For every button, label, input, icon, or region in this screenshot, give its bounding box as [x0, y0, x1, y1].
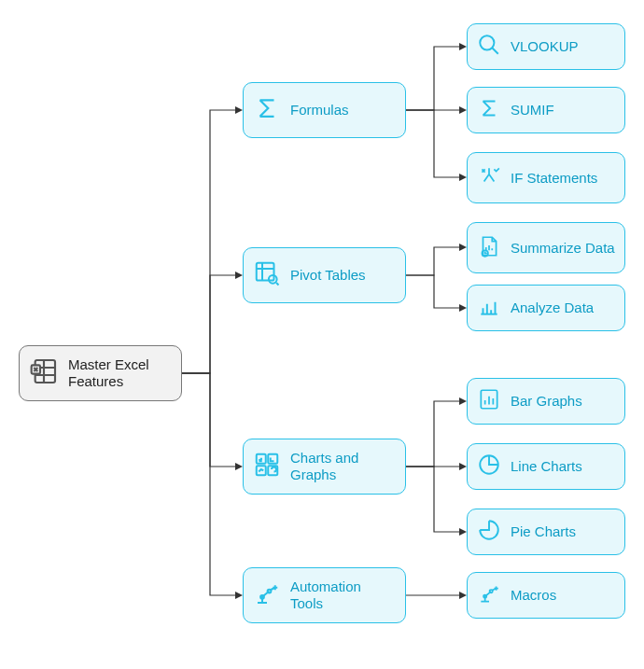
- svg-marker-6: [459, 174, 467, 181]
- svg-point-16: [269, 275, 277, 284]
- svg-marker-12: [459, 592, 467, 599]
- leaf-summarize-data: Summarize Data: [467, 222, 625, 273]
- sigma-icon: [477, 96, 501, 124]
- leaf-sumif: SUMIF: [467, 87, 625, 133]
- svg-marker-2: [235, 463, 243, 470]
- svg-marker-11: [459, 528, 467, 536]
- leaf-label: Bar Graphs: [511, 393, 582, 410]
- leaf-label: Macros: [511, 587, 556, 604]
- leaf-if-statements: IF Statements: [467, 152, 625, 203]
- svg-rect-15: [257, 263, 274, 281]
- svg-marker-10: [459, 463, 467, 470]
- decision-icon: [477, 164, 501, 192]
- branch-automation-tools: Automation Tools: [243, 567, 406, 623]
- spreadsheet-icon: [29, 356, 59, 390]
- root-master-excel-features: Master Excel Features: [19, 345, 182, 401]
- leaf-label: Line Charts: [511, 458, 582, 475]
- branch-label: Pivot Tables: [290, 267, 366, 284]
- leaf-label: Analyze Data: [511, 300, 594, 316]
- bar-chart-file-icon: [477, 387, 501, 415]
- svg-marker-0: [235, 106, 243, 114]
- leaf-line-charts: Line Charts: [467, 443, 625, 490]
- branch-formulas: Formulas: [243, 82, 406, 138]
- pie-chart-icon: [477, 453, 501, 481]
- svg-marker-1: [235, 272, 243, 279]
- svg-point-23: [480, 35, 494, 49]
- branch-label: Charts and Graphs: [290, 450, 396, 483]
- pie-slice-icon: [477, 518, 501, 546]
- bar-chart-icon: [477, 294, 501, 322]
- svg-marker-4: [459, 43, 467, 50]
- svg-marker-5: [459, 106, 467, 114]
- sigma-icon: [253, 94, 281, 126]
- svg-marker-3: [235, 592, 243, 599]
- leaf-label: VLOOKUP: [511, 38, 579, 55]
- root-label: Master Excel Features: [68, 356, 172, 390]
- search-icon: [477, 33, 501, 61]
- leaf-bar-graphs: Bar Graphs: [467, 378, 625, 425]
- leaf-macros: Macros: [467, 572, 625, 619]
- table-search-icon: [253, 259, 281, 291]
- chart-grid-icon: [253, 451, 281, 482]
- leaf-label: IF Statements: [511, 170, 597, 187]
- branch-label: Formulas: [290, 102, 349, 118]
- branch-label: Automation Tools: [290, 578, 396, 612]
- leaf-pie-charts: Pie Charts: [467, 509, 625, 555]
- svg-marker-9: [459, 397, 467, 405]
- leaf-analyze-data: Analyze Data: [467, 285, 625, 331]
- report-icon: [477, 234, 501, 262]
- leaf-label: Summarize Data: [511, 240, 615, 257]
- leaf-vlookup: VLOOKUP: [467, 23, 625, 70]
- svg-marker-7: [459, 244, 467, 251]
- leaf-label: Pie Charts: [511, 523, 576, 540]
- svg-marker-8: [459, 304, 467, 312]
- robot-arm-icon: [253, 579, 281, 611]
- robot-arm-icon: [477, 581, 501, 609]
- branch-charts-and-graphs: Charts and Graphs: [243, 439, 406, 495]
- leaf-label: SUMIF: [511, 102, 554, 118]
- branch-pivot-tables: Pivot Tables: [243, 247, 406, 303]
